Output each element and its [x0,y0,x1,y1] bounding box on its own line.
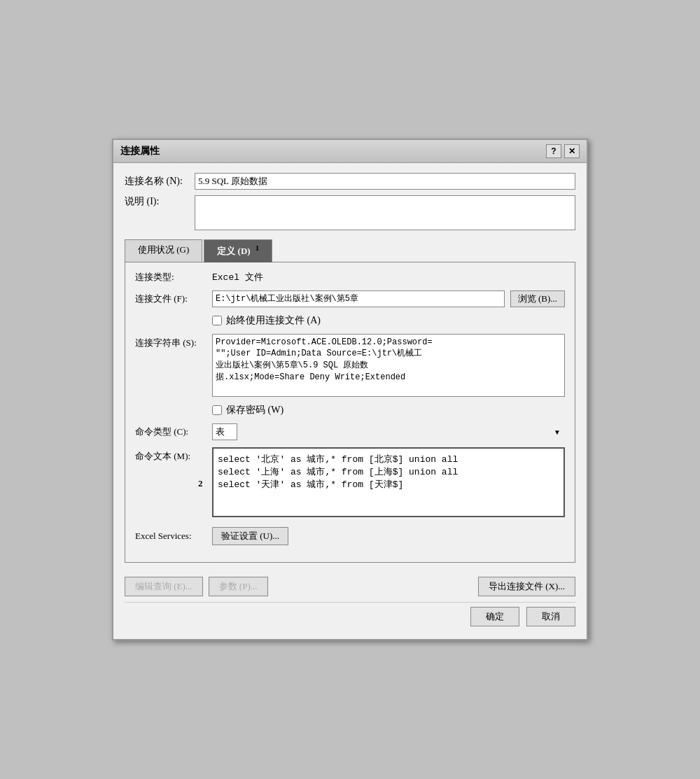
connection-type-value: Excel 文件 [212,271,263,283]
tab-container: 使用状况 (G) 定义 (D) 1 [125,239,575,261]
connection-name-input[interactable] [195,173,575,190]
excel-services-row: Excel Services: 验证设置 (U)... [135,527,565,545]
definition-panel: 连接类型: Excel 文件 连接文件 (F): 浏览 (B)... 始终使用连… [125,262,575,563]
dialog-content: 连接名称 (N): 说明 (I): 使用状况 (G) 定义 (D) 1 连接类型… [113,163,587,638]
connection-file-row: 连接文件 (F): 浏览 (B)... [135,290,565,307]
excel-services-label: Excel Services: [135,531,212,542]
description-input[interactable] [195,195,575,230]
verify-settings-button[interactable]: 验证设置 (U)... [212,527,288,545]
bottom-left-buttons: 编辑查询 (E)... 参数 (P)... [125,577,268,596]
always-use-label: 始终使用连接文件 (A) [226,314,321,327]
command-type-row: 命令类型 (C): 表 SQL 默认 [135,423,565,440]
command-type-select-wrapper: 表 SQL 默认 [212,423,565,440]
command-text-row: 命令文本 (M): select '北京' as 城市,* from [北京$]… [135,447,565,520]
connection-type-label: 连接类型: [135,271,212,283]
browse-button[interactable]: 浏览 (B)... [510,290,565,307]
tab-definition[interactable]: 定义 (D) 1 [204,239,272,262]
bottom-buttons: 编辑查询 (E)... 参数 (P)... 导出连接文件 (X)... [125,571,575,599]
save-password-checkbox[interactable] [212,405,222,415]
connection-string-label: 连接字符串 (S): [135,337,212,349]
connection-file-input[interactable] [212,290,505,307]
tab-number-badge: 1 [255,244,260,252]
dialog-title: 连接属性 [120,145,160,157]
edit-query-button[interactable]: 编辑查询 (E)... [125,577,203,596]
connection-string-row: 连接字符串 (S): Provider=Microsoft.ACE.OLEDB.… [135,334,565,397]
bottom-right-buttons: 导出连接文件 (X)... [478,577,575,596]
export-connection-button[interactable]: 导出连接文件 (X)... [478,577,575,596]
ok-cancel-row: 确定 取消 [125,602,575,629]
description-row: 说明 (I): [125,195,575,230]
tab-usage[interactable]: 使用状况 (G) [125,239,202,262]
command-type-label: 命令类型 (C): [135,426,212,438]
command-text-textarea[interactable]: select '北京' as 城市,* from [北京$] union all… [212,447,565,517]
connection-name-label: 连接名称 (N): [125,175,195,188]
command-text-wrapper: select '北京' as 城市,* from [北京$] union all… [212,447,565,520]
command-text-number-badge: 2 [198,478,203,489]
always-use-row: 始终使用连接文件 (A) [212,314,565,327]
connection-properties-dialog: 连接属性 ? ✕ 连接名称 (N): 说明 (I): 使用状况 (G) 定义 (… [112,139,588,640]
save-password-row: 保存密码 (W) [212,404,565,416]
description-label: 说明 (I): [125,195,195,208]
save-password-label: 保存密码 (W) [226,404,284,416]
help-button[interactable]: ? [546,144,561,158]
connection-type-row: 连接类型: Excel 文件 [135,271,565,283]
connection-name-row: 连接名称 (N): [125,173,575,190]
connection-string-textarea[interactable]: Provider=Microsoft.ACE.OLEDB.12.0;Passwo… [212,334,565,397]
close-button[interactable]: ✕ [564,144,580,158]
parameters-button[interactable]: 参数 (P)... [209,577,268,596]
cancel-button[interactable]: 取消 [526,607,575,626]
command-text-label: 命令文本 (M): [135,450,212,463]
title-bar: 连接属性 ? ✕ [113,140,587,163]
always-use-checkbox[interactable] [212,316,222,325]
connection-file-label: 连接文件 (F): [135,293,212,305]
title-bar-buttons: ? ✕ [546,144,580,158]
command-type-select[interactable]: 表 SQL 默认 [212,423,237,440]
ok-button[interactable]: 确定 [470,607,519,626]
